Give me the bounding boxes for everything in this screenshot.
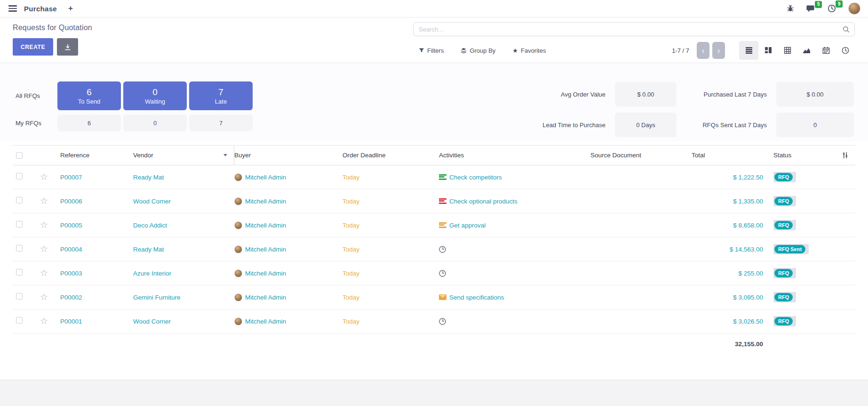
activity-label[interactable]: Send specifications [449,294,504,301]
avg-order-value[interactable]: $ 0.00 [615,82,677,106]
vendor-link[interactable]: Wood Corner [133,198,171,205]
group-by-button[interactable]: Group By [461,47,495,54]
reference-link[interactable]: P00005 [60,222,82,229]
plus-icon[interactable]: + [68,4,73,13]
filters-button[interactable]: Filters [419,47,444,54]
vendor-link[interactable]: Azure Interior [133,270,171,277]
activities-menu[interactable]: 9 [828,4,836,13]
activity-label[interactable]: Check optional products [449,198,518,205]
lead-time-label: Lead Time to Purchase [535,122,605,129]
search-icon[interactable] [843,26,850,33]
table-row[interactable]: ☆ P00006 Wood Corner Mitchell Admin Toda… [13,189,855,213]
vendor-link[interactable]: Ready Mat [133,246,164,253]
favorites-button[interactable]: ★ Favorites [512,47,546,54]
buyer-link[interactable]: Mitchell Admin [245,318,286,325]
header-total[interactable]: Total [692,146,767,165]
purchased-last-7-days[interactable]: $ 0.00 [776,82,854,106]
buyer-link[interactable]: Mitchell Admin [245,174,286,181]
header-activities[interactable]: Activities [439,146,590,165]
list-view-button[interactable] [739,41,758,60]
reference-link[interactable]: P00002 [60,294,82,301]
row-checkbox[interactable] [16,197,23,203]
reference-link[interactable]: P00004 [60,246,82,253]
apps-menu-icon[interactable] [8,5,17,12]
table-row[interactable]: ☆ P00005 Deco Addict Mitchell Admin Toda… [13,213,855,237]
activity-label[interactable]: Get approval [449,222,486,229]
activity-view-button[interactable] [836,41,855,60]
header-vendor[interactable]: Vendor [133,146,234,165]
reference-link[interactable]: P00003 [60,270,82,277]
table-row[interactable]: ☆ P00003 Azure Interior Mitchell Admin T… [13,261,855,285]
list-view-icon [745,47,753,54]
activity-envelope-icon[interactable] [439,294,446,300]
export-button[interactable] [57,38,78,56]
card-waiting[interactable]: 0 Waiting [123,81,187,110]
star-icon[interactable]: ☆ [40,172,48,182]
app-title[interactable]: Purchase [24,5,57,13]
star-icon[interactable]: ☆ [40,292,48,302]
header-status[interactable]: Status [767,146,821,165]
vendor-link[interactable]: Wood Corner [133,318,171,325]
star-icon[interactable]: ☆ [40,268,48,278]
star-icon[interactable]: ☆ [40,196,48,206]
vendor-link[interactable]: Gemini Furniture [133,294,181,301]
reference-link[interactable]: P00007 [60,174,82,181]
activity-clock-icon[interactable] [439,318,446,325]
messages-menu[interactable]: 5 [806,5,815,13]
header-buyer[interactable]: Buyer [234,146,342,165]
optional-columns-icon[interactable] [842,152,849,159]
my-to-send-card[interactable]: 6 [57,114,121,131]
activity-tasks-icon[interactable] [439,198,446,204]
buyer-link[interactable]: Mitchell Admin [245,294,286,301]
calendar-view-button[interactable] [816,41,836,60]
reference-link[interactable]: P00006 [60,198,82,205]
debug-bug-icon[interactable] [787,5,794,12]
row-checkbox[interactable] [16,317,23,324]
buyer-link[interactable]: Mitchell Admin [245,198,286,205]
table-row[interactable]: ☆ P00004 Ready Mat Mitchell Admin Today … [13,237,855,261]
lead-time-to-purchase[interactable]: 0 Days [615,113,677,137]
activity-label[interactable]: Check competitors [449,174,502,181]
card-late[interactable]: 7 Late [189,81,253,110]
table-row[interactable]: ☆ P00007 Ready Mat Mitchell Admin Today … [13,165,855,189]
search-box[interactable] [413,22,855,36]
row-checkbox[interactable] [16,269,23,276]
card-to-send[interactable]: 6 To Send [57,81,121,110]
table-row[interactable]: ☆ P00002 Gemini Furniture Mitchell Admin… [13,285,855,309]
vendor-link[interactable]: Deco Addict [133,222,167,229]
activity-clock-icon[interactable] [439,270,446,277]
row-checkbox[interactable] [16,173,23,179]
row-checkbox[interactable] [16,221,23,227]
search-input[interactable] [419,26,843,33]
graph-view-button[interactable] [797,41,816,60]
header-source-document[interactable]: Source Document [590,146,692,165]
pager-previous-button[interactable]: ‹ [697,42,709,59]
row-checkbox[interactable] [16,245,23,252]
activity-tasks-icon[interactable] [439,222,446,228]
my-late-card[interactable]: 7 [189,114,253,131]
activity-tasks-icon[interactable] [439,174,446,180]
create-button[interactable]: CREATE [13,38,53,56]
activity-clock-icon[interactable] [439,246,446,253]
select-all-checkbox[interactable] [16,152,23,159]
rfqs-sent-last-7-days[interactable]: 0 [776,113,854,137]
user-avatar[interactable] [848,2,860,15]
status-badge: RFQ [773,172,796,182]
header-order-deadline[interactable]: Order Deadline [342,146,439,165]
kanban-view-button[interactable] [758,41,778,60]
buyer-link[interactable]: Mitchell Admin [245,270,286,277]
star-icon[interactable]: ☆ [40,244,48,254]
pager-range: 1-7 / 7 [672,47,689,54]
row-checkbox[interactable] [16,293,23,300]
buyer-link[interactable]: Mitchell Admin [245,246,286,253]
table-row[interactable]: ☆ P00001 Wood Corner Mitchell Admin Toda… [13,309,855,333]
star-icon[interactable]: ☆ [40,220,48,230]
pivot-view-button[interactable] [778,41,797,60]
buyer-link[interactable]: Mitchell Admin [245,222,286,229]
pager-next-button[interactable]: › [712,42,725,59]
my-waiting-card[interactable]: 0 [123,114,187,131]
vendor-link[interactable]: Ready Mat [133,174,164,181]
header-reference[interactable]: Reference [59,146,133,165]
reference-link[interactable]: P00001 [60,318,82,325]
star-icon[interactable]: ☆ [40,317,48,326]
